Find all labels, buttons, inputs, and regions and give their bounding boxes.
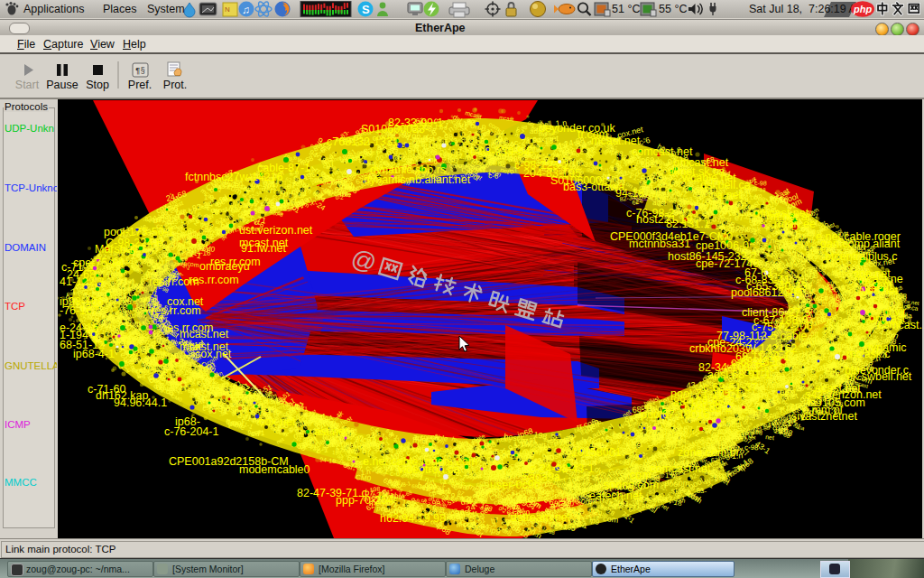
svg-text:1.n: 1.n (360, 468, 371, 477)
svg-text:zone.com.br: zone.com.br (678, 446, 740, 459)
svg-text:videotron.ca: videotron.ca (398, 463, 459, 476)
svg-text:N: N (225, 5, 230, 14)
svg-text:dsl: dsl (821, 340, 830, 347)
svg-text:c-76-204-1: c-76-204-1 (164, 425, 218, 438)
svg-text:.sk: .sk (532, 446, 541, 452)
svg-text:on.n: on.n (633, 420, 645, 427)
svg-text:c-98: c-98 (437, 132, 453, 143)
svg-text:ok.swbell.net: ok.swbell.net (846, 370, 912, 383)
svg-text:198: 198 (332, 450, 342, 456)
svg-text:php: php (853, 4, 872, 14)
svg-text:ust.verizon.net: ust.verizon.net (239, 224, 313, 237)
svg-text:94.96.44.1: 94.96.44.1 (114, 396, 167, 409)
svg-text:c-6: c-6 (624, 513, 632, 518)
svg-text:modemcable0: modemcable0 (239, 463, 310, 476)
svg-text:bell: bell (145, 294, 159, 303)
svg-text:pool68612385: pool68612385 (731, 286, 802, 299)
svg-text:-83-: -83- (694, 487, 707, 495)
svg-text:adsl: adsl (551, 488, 562, 494)
svg-text:mcast.net: mcast.net (180, 328, 229, 340)
svg-text:btcentralplus.c: btcentralplus.c (825, 250, 898, 263)
svg-text:b7: b7 (684, 425, 693, 434)
svg-text:91.fw.net: 91.fw.net (241, 242, 287, 255)
svg-text:res.rr.com: res.rr.com (151, 304, 201, 317)
svg-text:c-24: c-24 (273, 193, 285, 200)
svg-text:-76-167: -76-167 (60, 304, 98, 317)
svg-text:c-6: c-6 (799, 368, 808, 373)
svg-text:cox.net: cox.net (259, 415, 296, 428)
svg-text:h62.94.19.98: h62.94.19.98 (380, 512, 446, 525)
svg-text:fctnnbsc27w-14216: fctnnbsc27w-14216 (185, 171, 282, 183)
svg-text:ppp-70-254-: ppp-70-254- (336, 494, 397, 507)
svg-text:comcast.: comcast. (877, 319, 922, 331)
svg-text:mctnnbsa31: mctnnbsa31 (629, 238, 690, 250)
svg-text:c-98-239-54-: c-98-239-54- (469, 145, 534, 158)
svg-text:1.n: 1.n (832, 269, 841, 276)
svg-text:net: net (765, 434, 775, 441)
svg-text:gan.comp.aliant: gan.comp.aliant (820, 238, 901, 250)
svg-text:res.rr.com: res.rr.com (189, 274, 239, 286)
svg-text:ott: ott (428, 496, 435, 502)
svg-text:82-34: 82-34 (717, 428, 736, 436)
svg-text:lves.net: lves.net (859, 284, 899, 297)
svg-text:S: S (362, 3, 370, 16)
svg-text:ombraeyu: ombraeyu (199, 260, 250, 273)
svg-text:user-0c9b: user-0c9b (490, 479, 541, 491)
svg-text:¶§: ¶§ (135, 67, 145, 76)
svg-text:dstream.net: dstream.net (511, 511, 571, 524)
svg-text:ip68-4-1: ip68-4-1 (73, 348, 115, 360)
svg-text:20158001: 20158001 (571, 446, 622, 459)
svg-text:eatech.net: eatech.net (589, 489, 642, 502)
svg-text:bell: bell (824, 292, 837, 303)
svg-text:8-1: 8-1 (439, 486, 451, 495)
svg-text:94-18: 94-18 (615, 187, 644, 200)
svg-text:comcast.net: comcast.net (650, 462, 711, 475)
svg-text:pool67-19016: pool67-19016 (641, 408, 710, 421)
svg-text:82-33-99-1: 82-33-99-1 (388, 117, 443, 129)
svg-text:82.131.1: 82.131.1 (666, 218, 710, 230)
svg-text:mclask.c: mclask.c (846, 348, 891, 360)
svg-text:ip9: ip9 (448, 508, 459, 517)
svg-text:w-1: w-1 (822, 284, 836, 292)
svg-text:a.net: a.net (716, 189, 742, 201)
svg-text:adsl-68-91-1: adsl-68-91-1 (707, 368, 771, 381)
svg-text:41-122.3: 41-122.3 (60, 275, 104, 288)
svg-text:c-24: c-24 (770, 194, 782, 201)
svg-text:-83-: -83- (644, 176, 660, 186)
svg-text:c768132-1331: c768132-1331 (327, 135, 399, 148)
svg-text:sivastzhetnet: sivastzhetnet (791, 410, 857, 423)
svg-text:♫: ♫ (242, 4, 250, 16)
svg-text:-83-: -83- (361, 146, 375, 156)
svg-text:rman.ee: rman.ee (774, 218, 816, 230)
svg-text:c-71: c-71 (605, 147, 618, 154)
svg-text:.sk: .sk (752, 225, 762, 234)
svg-text:dynamic.nb.aliant.net: dynamic.nb.aliant.net (364, 173, 471, 186)
svg-text:ast.net: ast.net (314, 425, 348, 438)
svg-text:dyn: dyn (237, 411, 251, 421)
svg-text:Marshall: Marshall (95, 243, 137, 256)
svg-text:0-2: 0-2 (406, 500, 415, 507)
svg-text:cox.net: cox.net (738, 434, 756, 441)
svg-text:cox.net: cox.net (195, 348, 232, 360)
